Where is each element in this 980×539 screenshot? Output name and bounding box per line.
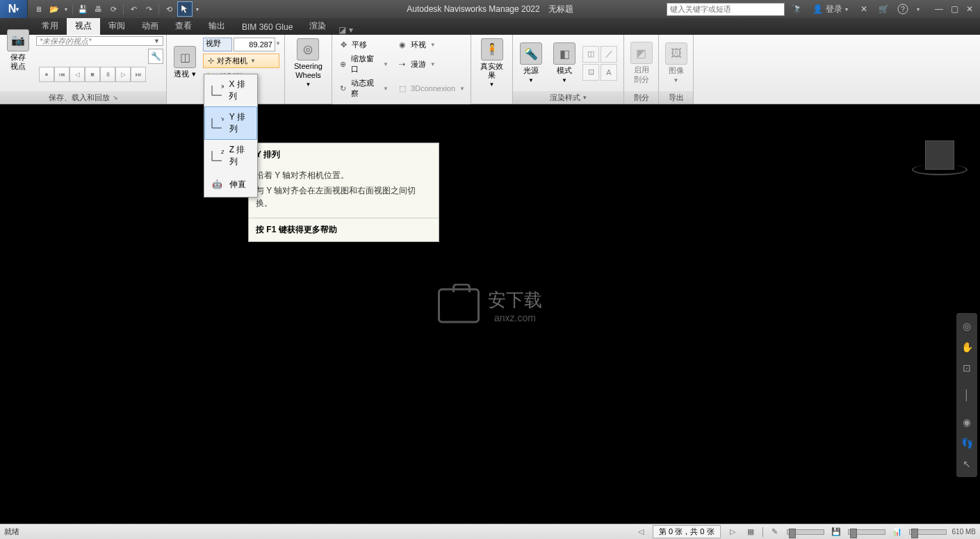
render-opt4[interactable]: A [601,64,617,81]
exchange-icon[interactable]: ✕ [856,2,872,16]
viewpoint-options-button[interactable]: 🔧 [148,49,163,64]
zoom-window-button[interactable]: ⊕缩放窗口▼ [336,52,390,76]
panel-section: ◩ 启用 剖分 剖分 [624,35,659,104]
straighten-item[interactable]: 🤖 伸直 [204,172,257,197]
mode-icon: ◧ [553,42,575,65]
progress-slider[interactable] [787,529,824,535]
wheel-icon[interactable]: ◎ [959,319,974,334]
first-button[interactable]: ⏮ [54,67,70,82]
login-button[interactable]: 👤 登录 ▾ [808,3,852,15]
select-tool[interactable] [177,1,193,17]
save-viewpoint-button[interactable]: 📷 保存 视点 [3,25,33,75]
viewpoint-combo[interactable]: ▼ [36,36,163,46]
viewport[interactable]: ◎ ✋ ⊡ │ ◉ 👣 ↖ 安下载 anxz.com [0,104,980,524]
tooltip-help: 按 F1 键获得更多帮助 [249,218,439,241]
align-camera-menu: X X 排列 Y Y 排列 Z Z 排列 🤖 伸直 [204,74,258,198]
minimize-button[interactable]: — [931,2,947,16]
open-icon[interactable]: 📂 [47,2,61,16]
enable-section-button[interactable]: ◩ 启用 剖分 [626,37,657,90]
pan-hand-icon[interactable]: ✋ [959,339,974,355]
pan-button[interactable]: ✥平移 [336,38,390,51]
expand-icon[interactable]: ↘ [113,94,118,101]
walk-tool-icon[interactable]: 👣 [959,435,974,451]
memory-icon[interactable]: 📊 [891,526,904,538]
panel-navigation: ✥平移 ◉环视▼ ⊕缩放窗口▼ ⇢漫游▼ ↻动态观察▼ ⬚3Dconnexion… [332,35,471,104]
render-opt1[interactable]: ◫ [582,46,599,63]
sync-icon[interactable]: ⟲ [162,2,176,16]
sheet-browser-icon[interactable]: ▦ [744,526,757,538]
cart-icon[interactable]: 🛒 [876,2,891,16]
fov-input[interactable] [234,38,275,51]
undo-icon[interactable]: ↶ [126,2,140,16]
title-bar: N▾ 🗎 📂 ▾ 💾 🖶 ⟳ ↶ ↷ ⟲ ▾ Autodesk Naviswor… [0,0,980,18]
new-icon[interactable]: 🗎 [32,2,46,16]
tab-output[interactable]: 输出 [200,17,234,35]
stop-button[interactable]: ■ [85,67,100,82]
binoculars-icon[interactable]: 🔭 [789,2,804,16]
disk-icon[interactable]: 💾 [830,526,842,538]
realistic-button[interactable]: 🧍 真实效果▼ [474,37,509,90]
maximize-button[interactable]: ▢ [947,2,962,16]
lighting-button[interactable]: 🔦 光源▼ [516,37,546,90]
viewcube[interactable] [912,140,967,182]
tab-animation[interactable]: 动画 [133,17,167,35]
align-y-item[interactable]: Y Y 排列 [204,106,257,140]
qat-dd-icon[interactable]: ▾ [194,2,201,16]
open-dd-icon[interactable]: ▾ [63,2,70,16]
cube-icon: ◫ [174,46,196,68]
tooltip-line2: 与 Y 轴对齐会在左面视图和右面视图之间切换。 [256,184,432,209]
tab-bim360[interactable]: BIM 360 Glue [234,19,301,35]
select-cursor-icon[interactable]: ↖ [959,456,974,472]
align-z-item[interactable]: Z Z 排列 [204,140,257,172]
pencil-icon[interactable]: ✎ [769,526,781,538]
help-dd-icon[interactable]: ▾ [915,2,922,16]
app-logo[interactable]: N▾ [0,0,28,18]
sheet-next-icon[interactable]: ▷ [726,526,739,538]
ribbon-tabs: 常用 视点 审阅 动画 查看 输出 BIM 360 Glue 渲染 ◪ ▾ [0,18,980,35]
refresh-icon[interactable]: ⟳ [106,2,120,16]
orbit-button[interactable]: ↻动态观察▼ [336,77,390,100]
orbit-icon: ↻ [338,83,348,94]
svg-text:Y: Y [221,116,224,122]
walk-button[interactable]: ⇢漫游▼ [395,52,466,76]
last-button[interactable]: ⏭ [131,67,146,82]
tab-viewpoint[interactable]: 视点 [67,17,100,35]
tab-common[interactable]: 常用 [33,17,67,35]
person-icon: 🧍 [481,38,503,61]
render-opt2[interactable]: ／ [601,46,617,63]
search-input[interactable] [667,3,785,16]
mode-button[interactable]: ◧ 模式▼ [549,37,580,90]
disk-slider[interactable] [848,529,885,535]
perspective-button[interactable]: ◫ 透视 ▾ [170,36,200,89]
window-title: Autodesk Navisworks Manage 2022无标题 [407,3,573,15]
redo-icon[interactable]: ↷ [142,2,156,16]
prev-button[interactable]: ◁ [70,67,85,82]
zoom-tool-icon[interactable]: ⊡ [959,360,974,376]
save-icon[interactable]: 💾 [76,2,90,16]
tab-view[interactable]: 查看 [167,17,200,35]
tab-render[interactable]: 渲染 [301,17,334,35]
x-axis-icon: X [209,82,224,99]
rec-button[interactable]: ● [39,67,54,82]
panel-label-save: 保存、载入和回放↘ [0,91,166,104]
print-icon[interactable]: 🖶 [91,2,105,16]
orbit-tool-icon[interactable]: ◉ [959,415,974,430]
help-icon[interactable]: ? [895,2,910,16]
tab-review[interactable]: 审阅 [100,17,133,35]
3d-icon: ⬚ [397,83,408,94]
steering-wheels-button[interactable]: ◎ Steering Wheels ▼ [290,37,327,90]
export-image-button[interactable]: 🖼 图像▼ [661,37,692,90]
tab-extra-icon[interactable]: ◪ ▾ [338,25,352,35]
align-camera-button[interactable]: ⊹ 对齐相机 ▼ [203,54,279,68]
pause-button[interactable]: ⏸ [100,67,115,82]
pan-icon: ✥ [338,39,349,50]
sheet-prev-icon[interactable]: ◁ [635,526,647,538]
zoom-icon: ⊕ [338,58,348,70]
close-button[interactable]: ✕ [962,2,977,16]
play-button[interactable]: ▷ [115,67,131,82]
zoom-slider[interactable]: │ [959,381,974,409]
render-opt3[interactable]: ⊡ [582,64,599,81]
memory-slider[interactable] [909,529,947,535]
look-button[interactable]: ◉环视▼ [395,38,466,51]
align-x-item[interactable]: X X 排列 [204,74,257,106]
